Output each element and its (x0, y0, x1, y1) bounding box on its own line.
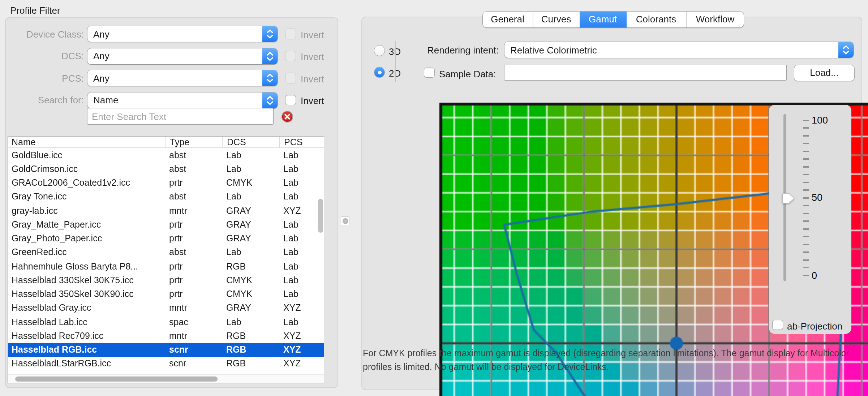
gamut-footnote: For CMYK profiles the maximum gamut is d… (363, 347, 864, 374)
search-input[interactable] (87, 108, 273, 124)
cell-type: prtr (165, 261, 222, 271)
cell-pcs: XYZ (279, 345, 324, 355)
cell-dcs: RGB (222, 331, 279, 341)
cell-pcs: Lab (279, 150, 324, 160)
table-row[interactable]: Hahnemhule Gloss Baryta P8...prtrRGBLab (8, 259, 324, 274)
device-class-label: Device Class: (4, 29, 84, 39)
splitter-handle[interactable] (341, 217, 349, 225)
horizontal-scrollbar[interactable] (8, 374, 324, 383)
table-row[interactable]: Hasselblad Lab.iccspacLabLab (8, 315, 324, 329)
cell-type: mntr (165, 303, 222, 313)
slider-tick (803, 205, 808, 206)
cell-name: Hasselblad Rec709.icc (8, 331, 165, 341)
radio-2d-label: 2D (389, 68, 401, 79)
column-header-type[interactable]: Type (165, 137, 222, 147)
radio-2d[interactable] (374, 67, 384, 77)
tab-gamut[interactable]: Gamut (579, 12, 626, 27)
cell-pcs: XYZ (279, 331, 324, 341)
device-class-invert-label: Invert (301, 29, 324, 40)
tab-workflow[interactable]: Workflow (686, 12, 744, 27)
table-row[interactable]: Gray Tone.iccabstLabLab (8, 190, 324, 204)
search-for-popup[interactable]: Name (87, 92, 278, 108)
cell-type: mntr (165, 206, 222, 216)
table-row[interactable]: gray-lab.iccmntrGRAYXYZ (8, 204, 324, 218)
cell-pcs: Lab (279, 275, 324, 285)
vertical-scrollbar-thumb[interactable] (318, 199, 323, 233)
ab-projection-label: ab-Projection (787, 320, 842, 331)
load-button[interactable]: Load... (794, 65, 854, 81)
table-row[interactable]: GoldCrimson.iccabstLabLab (8, 162, 324, 176)
cell-pcs: Lab (279, 164, 324, 174)
table-row[interactable]: Hasselblad 330Skel 30K75.iccprtrCMYKLab (8, 274, 324, 288)
cell-dcs: GRAY (222, 303, 279, 313)
table-row[interactable]: HasselbladLStarRGB.iccscnrRGBXYZ (8, 357, 324, 371)
popup-stepper-icon (262, 92, 278, 108)
table-row[interactable]: Hasselblad Gray.iccmntrGRAYXYZ (8, 301, 324, 315)
cell-name: HasselbladLStarRGB.icc (8, 359, 165, 369)
table-row[interactable]: GRACoL2006_Coated1v2.iccprtrCMYKLab (8, 176, 324, 190)
slider-tick (803, 120, 808, 121)
radio-3d[interactable] (374, 45, 384, 55)
clear-search-icon[interactable] (281, 110, 293, 122)
slider-tick (803, 252, 808, 253)
slider-tick (803, 151, 808, 152)
search-invert-checkbox[interactable] (285, 95, 295, 105)
cell-pcs: Lab (279, 317, 324, 327)
slider-tick (803, 228, 808, 229)
cell-type: prtr (165, 220, 222, 230)
sample-data-input[interactable] (504, 65, 786, 80)
dcs-popup[interactable]: Any (87, 48, 278, 64)
search-invert-label: Invert (301, 95, 324, 106)
cell-pcs: Lab (279, 178, 324, 188)
cell-name: Hahnemhule Gloss Baryta P8... (8, 261, 165, 271)
ab-projection-checkbox[interactable] (773, 320, 782, 330)
cell-pcs: XYZ (279, 206, 324, 216)
pcs-popup[interactable]: Any (87, 70, 278, 86)
cell-type: mntr (165, 331, 222, 341)
radio-3d-label: 3D (389, 46, 401, 57)
cell-pcs: Lab (279, 192, 324, 202)
column-header-dcs[interactable]: DCS (222, 137, 279, 147)
rendering-intent-label: Rendering intent: (405, 45, 499, 56)
pcs-invert-label: Invert (301, 73, 324, 84)
cell-name: GoldCrimson.icc (8, 164, 165, 174)
slider-tick (803, 267, 808, 268)
cell-type: prtr (165, 178, 222, 188)
horizontal-scrollbar-thumb[interactable] (15, 376, 218, 382)
cell-type: abst (165, 150, 222, 160)
cell-dcs: GRAY (222, 233, 279, 244)
pcs-invert-checkbox (285, 73, 295, 83)
rendering-intent-popup[interactable]: Relative Colorimetric (504, 42, 854, 58)
column-header-pcs[interactable]: PCS (279, 137, 324, 147)
popup-stepper-icon (262, 70, 278, 86)
device-class-popup[interactable]: Any (87, 26, 278, 42)
search-for-value: Name (93, 95, 118, 106)
search-for-label: Search for: (4, 95, 84, 106)
table-row[interactable]: Gray_Photo_Paper.iccprtrGRAYLab (8, 232, 324, 246)
dcs-invert-checkbox (285, 51, 295, 61)
table-row[interactable]: Hasselblad RGB.iccscnrRGBXYZ (8, 343, 324, 357)
pcs-label: PCS: (4, 73, 84, 83)
tab-general[interactable]: General (483, 12, 532, 27)
table-row[interactable]: GreenRed.iccabstLabLab (8, 246, 324, 260)
cell-type: scnr (165, 359, 222, 369)
table-row[interactable]: Hasselblad Rec709.iccmntrRGBXYZ (8, 329, 324, 343)
cell-type: abst (165, 192, 222, 202)
slider-tick (803, 143, 808, 144)
tab-curves[interactable]: Curves (532, 12, 579, 27)
tab-colorants[interactable]: Colorants (626, 12, 686, 27)
cell-pcs: Lab (279, 233, 324, 244)
slider-thumb[interactable] (782, 193, 795, 206)
cell-name: Gray_Matte_Paper.icc (8, 220, 165, 230)
cell-type: abst (165, 164, 222, 174)
sample-data-checkbox[interactable] (424, 68, 434, 77)
slider-tick (803, 236, 808, 237)
slider-tick (803, 159, 808, 160)
table-row[interactable]: Hasselblad 350Skel 30K90.iccprtrCMYKLab (8, 287, 324, 301)
cell-dcs: GRAY (222, 220, 279, 230)
table-row[interactable]: GoldBlue.iccabstLabLab (8, 148, 324, 162)
cell-dcs: Lab (222, 317, 279, 327)
slider-tick (803, 166, 808, 167)
column-header-name[interactable]: Name (8, 137, 165, 147)
table-row[interactable]: Gray_Matte_Paper.iccprtrGRAYLab (8, 218, 324, 232)
